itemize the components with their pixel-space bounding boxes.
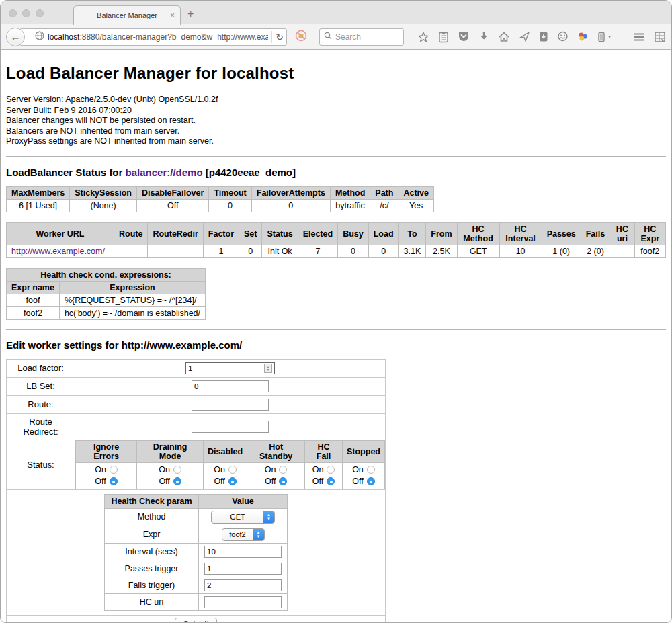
draining-mode-radios: On Off	[137, 462, 204, 489]
hc-uri-row: HC uri	[105, 593, 288, 610]
stopped-off-radio[interactable]	[367, 477, 375, 485]
colors-icon[interactable]	[577, 31, 589, 42]
persist-note: Balancer changes will NOT be persisted o…	[6, 116, 666, 126]
search-placeholder: Search	[335, 32, 361, 42]
balancer-status-table: MaxMembers StickySession DisableFailover…	[6, 186, 434, 212]
lb-set-label: LB Set:	[7, 377, 75, 395]
ignore-errors-radios: On Off	[76, 462, 137, 489]
zoom-window-button[interactable]	[36, 9, 44, 17]
hc-fail-radios: On Off	[305, 462, 343, 489]
chevron-down-icon[interactable]: ▾	[608, 34, 611, 40]
send-icon[interactable]	[519, 31, 530, 42]
server-built: Server Built: Feb 9 2016 07:00:20	[6, 106, 666, 116]
worker-table: Worker URL Route RouteRedir Factor Set S…	[6, 222, 666, 258]
table-row: foof %{REQUEST_STATUS} =~ /^[234]/	[7, 294, 206, 306]
blocked-content-icon[interactable]	[295, 30, 307, 44]
table-row: http://www.example.com/ 1 0 Init Ok 7 0 …	[7, 245, 666, 257]
divider	[6, 329, 666, 330]
smiley-icon[interactable]	[557, 31, 569, 42]
ignore-errors-off-radio[interactable]	[110, 477, 118, 485]
method-row: Method GET ▲▼	[105, 508, 288, 526]
status-table: Ignore Errors Draining Mode Disabled Hot…	[75, 440, 385, 489]
expr-label: Expr	[105, 526, 199, 543]
search-input[interactable]: Search	[319, 28, 404, 46]
pocket-icon[interactable]	[458, 31, 470, 42]
draining-mode-off-radio[interactable]	[173, 477, 181, 485]
load-factor-label: Load factor:	[7, 359, 75, 377]
close-tab-icon[interactable]: ×	[170, 11, 175, 20]
fails-row: Fails trigger)	[105, 577, 288, 593]
lb-set-input[interactable]	[192, 380, 269, 392]
battery-icon[interactable]	[597, 31, 605, 43]
server-info: Server Version: Apache/2.5.0-dev (Unix) …	[6, 95, 666, 147]
url-bar[interactable]: localhost:8880/balancer-manager?b=demo&w…	[19, 28, 287, 46]
number-spinner-icon[interactable]: ▲▼	[264, 364, 272, 373]
hc-uri-input[interactable]	[204, 596, 282, 608]
menu-icon[interactable]	[633, 32, 645, 42]
interval-row: Interval (secs)	[105, 543, 288, 560]
passes-label: Passes trigger	[105, 560, 199, 577]
proxypass-note: ProxyPass settings are NOT inherited fro…	[6, 136, 666, 147]
grid-icon[interactable]	[654, 31, 666, 43]
tab-title: Balancer Manager	[97, 11, 157, 19]
disabled-radios: On Off	[204, 462, 247, 489]
balancer-demo-link[interactable]: balancer://demo	[126, 167, 203, 178]
back-button[interactable]: ←	[6, 28, 25, 46]
navigation-toolbar: ← localhost:8880/balancer-manager?b=demo…	[1, 24, 671, 50]
new-tab-button[interactable]: +	[187, 9, 194, 19]
load-factor-input[interactable]: ▲▼	[185, 362, 275, 374]
tab-balancer-manager[interactable]: Balancer Manager ×	[73, 5, 181, 25]
hot-standby-off-radio[interactable]	[279, 477, 287, 485]
passes-input[interactable]	[204, 563, 282, 575]
passes-row: Passes trigger	[105, 560, 288, 577]
lb-set-row: LB Set:	[7, 377, 386, 395]
device-icon[interactable]	[539, 31, 548, 42]
status-radio-row: On Off On Off On Off	[76, 462, 385, 489]
submit-button[interactable]: Submit	[175, 618, 217, 623]
hot-standby-radios: On Off	[247, 462, 305, 489]
status-row: Status: Ignore Errors Draining Mode Disa…	[7, 440, 386, 489]
star-icon[interactable]	[417, 31, 429, 43]
status-label: Status:	[7, 440, 75, 489]
clipboard-icon[interactable]	[438, 31, 449, 43]
globe-icon	[35, 31, 44, 42]
reload-icon[interactable]: ↻	[276, 32, 284, 42]
hc-fail-on-radio[interactable]	[327, 466, 335, 474]
home-icon[interactable]	[498, 31, 510, 42]
balancer-status-heading: LoadBalancer Status for balancer://demo …	[6, 167, 666, 178]
stopped-on-radio[interactable]	[367, 466, 375, 474]
table-header-row: Ignore Errors Draining Mode Disabled Hot…	[76, 440, 385, 462]
table-title-row: Health check cond. expressions:	[7, 268, 206, 281]
worker-url-link[interactable]: http://www.example.com/	[11, 247, 105, 256]
download-icon[interactable]	[478, 31, 489, 42]
ignore-errors-on-radio[interactable]	[110, 466, 118, 474]
hc-fail-off-radio[interactable]	[327, 477, 335, 485]
expr-select[interactable]: foof2 ▲▼	[222, 528, 265, 541]
tab-strip: Balancer Manager × +	[1, 1, 671, 24]
disabled-off-radio[interactable]	[228, 477, 237, 485]
draining-mode-on-radio[interactable]	[173, 466, 181, 474]
select-stepper-icon: ▲▼	[263, 511, 274, 524]
method-select[interactable]: GET ▲▼	[211, 511, 275, 524]
select-stepper-icon: ▲▼	[253, 528, 264, 541]
toolbar-icons: ▾	[417, 30, 666, 44]
health-check-table: Health Check param Value Method GET ▲▼	[104, 494, 288, 611]
table-row: 6 [1 Used] (None) Off 0 0 bytraffic /c/ …	[7, 199, 434, 212]
route-label: Route:	[7, 395, 75, 413]
hc-uri-label: HC uri	[105, 593, 199, 610]
server-version: Server Version: Apache/2.5.0-dev (Unix) …	[6, 95, 666, 106]
health-check-row: Health Check param Value Method GET ▲▼	[7, 489, 386, 615]
fails-input[interactable]	[204, 579, 282, 591]
disabled-on-radio[interactable]	[228, 466, 237, 474]
hot-standby-on-radio[interactable]	[279, 466, 287, 474]
route-input[interactable]	[192, 399, 269, 411]
window-controls[interactable]	[9, 9, 44, 17]
page-content: Load Balancer Manager for localhost Serv…	[1, 50, 671, 622]
url-text[interactable]: localhost:8880/balancer-manager?b=demo&w…	[48, 32, 268, 42]
close-window-button[interactable]	[9, 9, 17, 17]
route-redirect-row: Route Redirect:	[7, 413, 386, 440]
edit-worker-form: Load factor: ▲▼ LB Set: Route: Route Red…	[6, 359, 386, 623]
interval-input[interactable]	[204, 546, 282, 558]
route-redirect-input[interactable]	[192, 421, 269, 433]
minimize-window-button[interactable]	[22, 9, 30, 17]
